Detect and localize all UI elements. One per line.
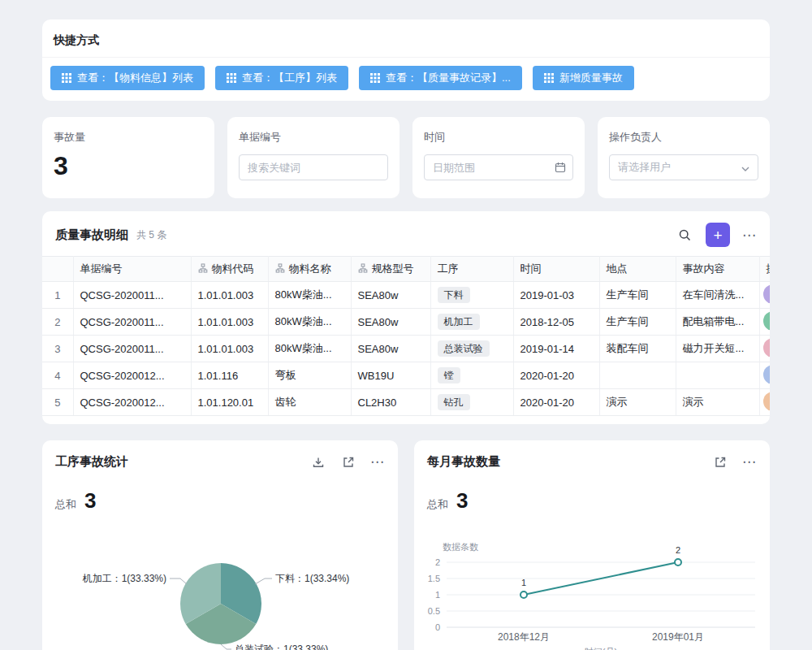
row-number: 2 <box>42 309 73 336</box>
cell-doc-number: QCSG-2020012... <box>73 389 191 416</box>
download-icon[interactable] <box>310 454 326 470</box>
table-wrap: 单据编号 物料代码 物料名称 规格型号 工序 时间 地点 事故内容 操作负责人 … <box>42 256 770 416</box>
header-spec[interactable]: 规格型号 <box>351 257 430 282</box>
line-more-button[interactable]: ⋯ <box>742 453 757 470</box>
pie-leader-line <box>255 578 272 584</box>
shortcut-label: 查看：【质量事故记录】... <box>386 71 511 85</box>
cell-content: 在车间清洗... <box>676 282 759 309</box>
date-range-input[interactable] <box>424 154 573 180</box>
table-more-button[interactable]: ⋯ <box>742 227 757 244</box>
pie-label-zongzhuang: 总装试验：1(33.33%) <box>234 644 328 650</box>
shortcut-new-quality-accident-button[interactable]: 新增质量事故 <box>533 66 634 90</box>
time-filter-card: 时间 <box>412 117 585 198</box>
quality-accident-table: 单据编号 物料代码 物料名称 规格型号 工序 时间 地点 事故内容 操作负责人 … <box>42 256 770 416</box>
relation-icon <box>358 263 368 275</box>
shortcuts-button-row: 查看：【物料信息】列表 查看：【工序】列表 查看：【质量事故记录】... 新增质… <box>42 58 770 98</box>
operator-label: 操作负责人 <box>609 130 758 145</box>
shortcut-view-quality-records-button[interactable]: 查看：【质量事故记录】... <box>359 66 522 90</box>
cell-spec: SEA80w <box>351 282 430 309</box>
cell-content <box>676 362 759 389</box>
cell-doc-number: QCSG-2020012... <box>73 362 191 389</box>
row-number: 1 <box>42 282 73 309</box>
pie-total-label: 总和 <box>55 497 76 512</box>
table-row[interactable]: 2 QCSG-2020011... 1.01.01.003 80kW柴油... … <box>42 309 770 336</box>
cell-time: 2019-01-14 <box>513 336 599 362</box>
pie-leader-line <box>170 578 187 584</box>
calendar-icon[interactable] <box>555 162 566 176</box>
cell-content: 磁力开关短... <box>676 336 759 362</box>
process-tag: 机加工 <box>438 314 480 330</box>
cell-place <box>599 362 676 389</box>
header-place[interactable]: 地点 <box>599 257 676 282</box>
process-tag: 钻孔 <box>438 394 470 410</box>
search-icon[interactable] <box>676 227 693 244</box>
table-row[interactable]: 5 QCSG-2020012... 1.01.120.01 齿轮 CL2H30 … <box>42 389 770 416</box>
data-point <box>520 592 527 598</box>
avatar <box>763 311 771 331</box>
row-number: 5 <box>42 389 73 416</box>
monthly-line-chart: 数据条数 2 1.5 1 0.5 0 1 2 2018年12月 2019年01月… <box>414 520 770 650</box>
x-tick: 2019年01月 <box>652 631 704 643</box>
operator-select[interactable]: 请选择用户 <box>609 154 758 180</box>
table-row[interactable]: 3 QCSG-2020011... 1.01.01.003 80kW柴油... … <box>42 336 770 362</box>
cell-time: 2020-01-20 <box>513 362 599 389</box>
header-time[interactable]: 时间 <box>513 257 599 282</box>
shortcut-label: 查看：【物料信息】列表 <box>77 71 193 85</box>
row-number: 3 <box>42 336 73 362</box>
y-tick: 0.5 <box>428 606 440 616</box>
pie-more-button[interactable]: ⋯ <box>370 453 385 470</box>
cell-content: 配电箱带电... <box>676 309 759 336</box>
cell-material-code: 1.01.01.003 <box>191 282 268 309</box>
cell-doc-number: QCSG-2020011... <box>73 336 191 362</box>
cell-operator <box>759 309 770 336</box>
pie-total-value: 3 <box>84 488 96 514</box>
open-in-new-icon[interactable] <box>712 454 728 470</box>
operator-filter-card: 操作负责人 请选择用户 <box>598 117 770 198</box>
avatar <box>763 284 771 304</box>
grid-icon <box>227 73 236 83</box>
data-point <box>675 559 681 566</box>
process-tag: 下料 <box>438 287 470 303</box>
cell-place: 生产车间 <box>599 282 676 309</box>
pie-leader-line <box>221 644 231 649</box>
process-accident-chart-card: 工序事故统计 ⋯ 总和 3 机加工：1(33.33%) 下料：1(33.34%)… <box>42 440 398 650</box>
cell-process: 下料 <box>430 282 513 309</box>
doc-number-label: 单据编号 <box>239 130 388 145</box>
doc-number-search-input[interactable] <box>239 154 388 180</box>
grid-icon <box>370 73 380 83</box>
cell-operator <box>759 282 770 309</box>
shortcut-view-process-list-button[interactable]: 查看：【工序】列表 <box>215 66 348 90</box>
header-material-code[interactable]: 物料代码 <box>191 257 268 282</box>
cell-process: 总装试验 <box>430 336 513 362</box>
table-title: 质量事故明细 <box>55 228 128 243</box>
avatar <box>763 365 771 384</box>
cell-spec: SEA80w <box>351 336 430 362</box>
shortcut-label: 新增质量事故 <box>559 71 623 85</box>
table-row[interactable]: 4 QCSG-2020012... 1.01.116 弯板 WB19U 镗 20… <box>42 362 770 389</box>
cell-material-code: 1.01.120.01 <box>191 389 268 416</box>
header-doc-number[interactable]: 单据编号 <box>73 257 191 282</box>
cell-material-name: 80kW柴油... <box>268 309 351 336</box>
header-operator[interactable]: 操作负责人 <box>759 257 770 282</box>
cell-material-code: 1.01.116 <box>191 362 268 389</box>
header-material-name[interactable]: 物料名称 <box>268 257 351 282</box>
relation-icon <box>275 263 285 275</box>
cell-material-name: 80kW柴油... <box>268 336 351 362</box>
open-in-new-icon[interactable] <box>340 454 356 470</box>
x-tick: 2018年12月 <box>498 631 550 643</box>
pie-label-xialiao: 下料：1(33.34%) <box>275 573 349 584</box>
add-record-button[interactable]: + <box>706 223 730 247</box>
y-axis-title: 数据条数 <box>443 542 478 552</box>
line-chart-title: 每月事故数量 <box>427 454 500 470</box>
y-tick: 1 <box>435 590 440 600</box>
header-content[interactable]: 事故内容 <box>676 257 759 282</box>
point-label: 2 <box>676 545 680 555</box>
cell-process: 镗 <box>430 362 513 389</box>
shortcut-view-material-list-button[interactable]: 查看：【物料信息】列表 <box>50 66 205 90</box>
header-process[interactable]: 工序 <box>430 257 513 282</box>
y-tick: 2 <box>435 557 440 567</box>
cell-spec: WB19U <box>351 362 430 389</box>
table-row[interactable]: 1 QCSG-2020011... 1.01.01.003 80kW柴油... … <box>42 282 770 309</box>
cell-process: 机加工 <box>430 309 513 336</box>
pie-chart-title: 工序事故统计 <box>55 454 128 470</box>
